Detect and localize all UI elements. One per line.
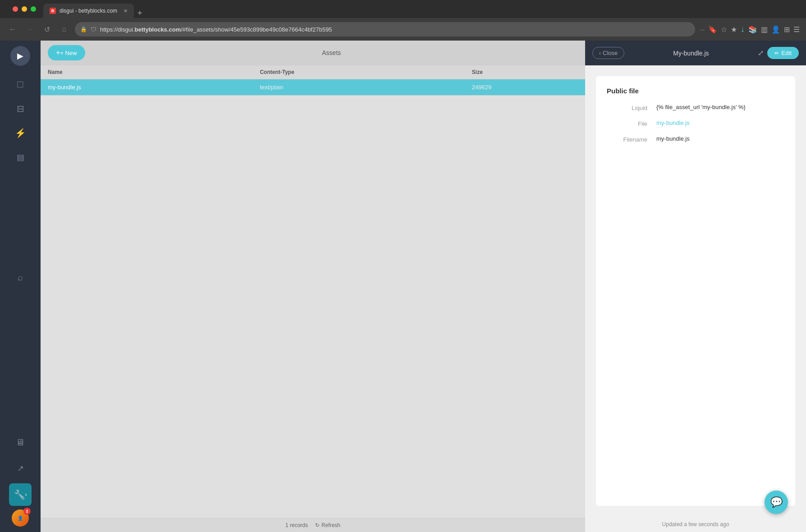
sidebar-item-training[interactable]: 🖥 <box>9 431 32 454</box>
refresh-btn[interactable]: ↻ Refresh <box>315 522 340 528</box>
sidebar-item-lightning[interactable]: ⚡ <box>9 122 32 144</box>
pencil-icon: ✏ <box>774 50 779 56</box>
address-bar[interactable]: 🔒 🛡 https://disgui.bettyblocks.com/#file… <box>75 22 695 37</box>
sidebar-item-tools[interactable]: 🔧 › <box>9 483 32 506</box>
file-value[interactable]: my-bundle.js <box>656 119 784 126</box>
maximize-window-btn[interactable] <box>31 6 36 12</box>
new-btn[interactable]: + + New <box>48 45 85 60</box>
play-icon: ▶ <box>17 51 23 61</box>
reload-btn[interactable]: ↺ <box>41 23 53 36</box>
lightning-icon: ⚡ <box>15 128 26 138</box>
sidebar-item-search[interactable]: ⌕ <box>9 266 32 289</box>
browser-active-tab[interactable]: B disgui - bettyblocks.com ✕ <box>43 4 134 18</box>
table-row[interactable]: my-bundle.js text/plain 249629 <box>41 79 585 96</box>
forward-btn[interactable]: → <box>23 23 36 36</box>
detail-footer: Updated a few seconds ago <box>585 517 806 532</box>
detail-body: Public file Liquid {% file_asset_url 'my… <box>596 76 795 506</box>
tools-icon: 🔧 <box>14 489 25 500</box>
assets-title: Assets <box>85 49 578 56</box>
search-icon: ⌕ <box>18 272 23 283</box>
chevron-left-icon: ‹ <box>599 50 601 56</box>
tab-favicon: B <box>50 8 56 14</box>
assets-header: + + New Assets <box>41 41 585 65</box>
detail-section-title: Public file <box>607 87 784 95</box>
plus-icon: + <box>56 49 60 57</box>
extensions-icon[interactable]: ⊞ <box>784 25 790 34</box>
table-header: Name Content-Type Size <box>41 65 585 79</box>
close-label: Close <box>603 50 618 56</box>
detail-title: My-bundle.js <box>629 50 753 57</box>
training-icon: 🖥 <box>16 437 25 448</box>
sidebar-toggle-icon[interactable]: ▥ <box>761 25 768 34</box>
home-btn[interactable]: ⌂ <box>58 23 70 36</box>
col-size: Size <box>472 69 578 75</box>
sidebar-item-server[interactable]: ▤ <box>9 146 32 169</box>
sidebar-item-share[interactable]: ↗ <box>9 457 32 480</box>
browser-chrome: B disgui - bettyblocks.com ✕ + ← → ↺ ⌂ 🔒… <box>0 0 806 41</box>
database-icon: ⊟ <box>17 103 24 114</box>
chat-icon: 💬 <box>770 496 783 508</box>
download-icon[interactable]: ↓ <box>741 25 745 34</box>
more-btn[interactable]: ··· <box>700 26 705 33</box>
hamburger-icon[interactable]: ☰ <box>793 25 800 34</box>
chat-btn[interactable]: 💬 <box>765 491 788 514</box>
sidebar-avatar[interactable]: 👤 2 <box>12 509 29 527</box>
new-tab-btn[interactable]: + <box>137 9 142 18</box>
person-icon[interactable]: 👤 <box>771 25 780 34</box>
footer-records: 1 records <box>285 522 308 528</box>
sidebar-item-pages[interactable]: □ <box>9 73 32 96</box>
row-name: my-bundle.js <box>48 84 260 91</box>
liquid-row: Liquid {% file_asset_url 'my-bundle.js' … <box>607 104 784 111</box>
refresh-label: Refresh <box>321 522 340 528</box>
assets-table: Name Content-Type Size my-bundle.js text… <box>41 65 585 518</box>
app-container: ▶ □ ⊟ ⚡ ▤ ⌕ 🖥 ↗ 🔧 › <box>0 41 806 532</box>
col-content-type: Content-Type <box>260 69 472 75</box>
row-size: 249629 <box>472 84 578 91</box>
bookmark-icon[interactable]: ☆ <box>721 25 727 34</box>
sidebar: ▶ □ ⊟ ⚡ ▤ ⌕ 🖥 ↗ 🔧 › <box>0 41 41 532</box>
sidebar-bottom: ⌕ 🖥 ↗ 🔧 › 👤 2 <box>9 266 32 527</box>
pocket-icon[interactable]: 🔖 <box>708 25 717 34</box>
file-label: File <box>607 119 647 127</box>
assets-panel: + + New Assets Name Content-Type Size my… <box>41 41 585 532</box>
lock-icon: 🔒 <box>80 26 87 32</box>
footer-status: Updated a few seconds ago <box>662 521 729 527</box>
refresh-icon: ↻ <box>315 522 320 528</box>
liquid-label: Liquid <box>607 104 647 111</box>
sidebar-item-database[interactable]: ⊟ <box>9 97 32 120</box>
library-icon[interactable]: 📚 <box>748 25 757 34</box>
minimize-icon[interactable]: ⤢ <box>758 49 764 57</box>
filename-value: my-bundle.js <box>656 135 784 142</box>
minimize-window-btn[interactable] <box>22 6 27 12</box>
page-icon: □ <box>17 78 23 90</box>
filename-label: Filename <box>607 135 647 143</box>
shield-icon: 🛡 <box>91 26 96 33</box>
url-display: https://disgui.bettyblocks.com/#file_ass… <box>100 26 332 33</box>
back-btn[interactable]: ← <box>6 23 19 36</box>
detail-header: ‹ Close My-bundle.js ⤢ ✏ Edit <box>585 41 806 65</box>
new-btn-label: + New <box>60 50 77 56</box>
play-btn[interactable]: ▶ <box>10 46 30 66</box>
close-window-btn[interactable] <box>13 6 18 12</box>
tab-title: disgui - bettyblocks.com <box>60 8 117 14</box>
file-row: File my-bundle.js <box>607 119 784 127</box>
detail-actions: ⤢ ✏ Edit <box>758 47 799 59</box>
edit-label: Edit <box>782 50 792 56</box>
liquid-value: {% file_asset_url 'my-bundle.js' %} <box>656 104 784 110</box>
close-btn[interactable]: ‹ Close <box>592 47 624 59</box>
edit-btn[interactable]: ✏ Edit <box>767 47 799 59</box>
detail-panel: ‹ Close My-bundle.js ⤢ ✏ Edit Public fil… <box>585 41 806 532</box>
tab-close-btn[interactable]: ✕ <box>124 8 128 14</box>
star-icon[interactable]: ★ <box>731 25 737 34</box>
avatar-badge: 2 <box>23 508 31 515</box>
col-name: Name <box>48 69 260 75</box>
filename-row: Filename my-bundle.js <box>607 135 784 143</box>
share-icon: ↗ <box>17 463 24 473</box>
assets-footer: 1 records ↻ Refresh <box>41 518 585 532</box>
row-content-type: text/plain <box>260 84 472 91</box>
server-icon: ▤ <box>17 152 24 162</box>
